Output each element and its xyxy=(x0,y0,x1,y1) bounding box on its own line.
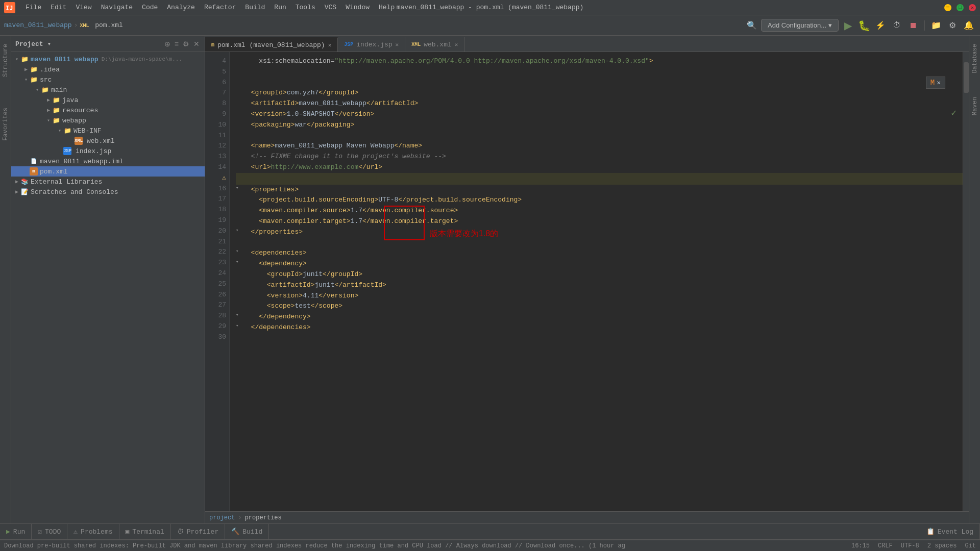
maven-panel-close[interactable]: ✕ xyxy=(937,79,941,87)
status-position[interactable]: 16:15 xyxy=(851,542,870,549)
close-panel-btn[interactable]: ✕ xyxy=(192,39,201,49)
fold-10[interactable] xyxy=(236,120,243,128)
structure-panel-tab[interactable]: Structure xyxy=(1,40,11,81)
menu-item-analyze[interactable]: Analyze xyxy=(163,3,199,12)
fold-28[interactable]: ▾ xyxy=(236,312,243,319)
menu-item-tools[interactable]: Tools xyxy=(291,3,320,12)
menu-item-run[interactable]: Run xyxy=(270,3,290,12)
stop-button[interactable]: ⏹ xyxy=(906,18,920,33)
tree-item-indexjsp[interactable]: ▶ JSP index.jsp xyxy=(11,146,205,156)
breadcrumb-project[interactable]: maven_0811_webapp xyxy=(4,21,72,29)
tree-item-webxml[interactable]: ▶ XML web.xml xyxy=(11,136,205,146)
fold-19[interactable] xyxy=(236,216,243,224)
bottom-tab-profiler[interactable]: ⏱ Profiler xyxy=(171,523,225,540)
tab-close-webxml[interactable]: ✕ xyxy=(455,41,458,48)
tree-item-resources[interactable]: ▶ 📁 resources xyxy=(11,105,205,115)
fold-27[interactable] xyxy=(236,301,243,309)
coverage-button[interactable]: ⚡ xyxy=(873,18,888,33)
fold-9[interactable] xyxy=(236,109,243,117)
profile-button[interactable]: ⏱ xyxy=(890,18,904,33)
menu-item-help[interactable]: Help xyxy=(375,3,399,12)
fold-18[interactable] xyxy=(236,206,243,214)
tree-item-scratches[interactable]: ▶ 📝 Scratches and Consoles xyxy=(11,187,205,197)
project-structure-btn[interactable]: 📁 xyxy=(929,18,943,33)
menu-item-navigate[interactable]: Navigate xyxy=(97,3,137,12)
fold-21[interactable] xyxy=(236,238,243,246)
tree-item-extlibs[interactable]: ▶ 📚 External Libraries xyxy=(11,177,205,187)
maximize-button[interactable]: □ xyxy=(957,4,964,11)
locate-file-btn[interactable]: ⊕ xyxy=(163,39,172,49)
tree-item-root[interactable]: ▾ 📁 maven_0811_webapp D:\java-maven-spac… xyxy=(11,54,205,64)
maven-panel-tab[interactable]: Maven xyxy=(970,93,980,119)
fold-4[interactable] xyxy=(236,56,243,64)
tab-webxml[interactable]: XML web.xml ✕ xyxy=(405,37,464,52)
scrollbar-thumb[interactable] xyxy=(964,62,969,93)
fold-22[interactable]: ▾ xyxy=(236,248,243,255)
fold-26[interactable] xyxy=(236,291,243,299)
bottom-tab-build[interactable]: 🔨 Build xyxy=(225,523,269,540)
bottom-tab-terminal[interactable]: ▣ Terminal xyxy=(119,523,171,540)
bottom-tab-problems[interactable]: ⚠ Problems xyxy=(67,523,119,540)
fold-30[interactable] xyxy=(236,333,243,341)
tree-item-src[interactable]: ▾ 📁 src xyxy=(11,74,205,85)
tab-close-indexjsp[interactable]: ✕ xyxy=(396,41,399,48)
status-crlf[interactable]: CRLF xyxy=(878,542,893,549)
fold-7[interactable] xyxy=(236,88,243,96)
bottom-tab-event-log[interactable]: 📋 Event Log xyxy=(920,523,980,540)
fold-16[interactable]: ▾ xyxy=(236,185,243,192)
maven-logo-panel[interactable]: M ✕ xyxy=(926,77,945,89)
bottom-tab-todo[interactable]: ☑ TODO xyxy=(32,523,67,540)
panel-settings-btn[interactable]: ⚙ xyxy=(182,39,190,49)
fold-8[interactable] xyxy=(236,98,243,107)
fold-17[interactable] xyxy=(236,195,243,203)
breadcrumb-filename[interactable]: pom.xml xyxy=(95,21,123,29)
menu-item-window[interactable]: Window xyxy=(341,3,374,12)
fold-11[interactable] xyxy=(236,131,243,139)
editor-content[interactable]: xsi:schemaLocation="http://maven.apache.… xyxy=(230,52,969,511)
minimize-button[interactable]: ─ xyxy=(944,4,951,11)
menu-item-view[interactable]: View xyxy=(71,3,95,12)
notifications-btn[interactable]: 🔔 xyxy=(962,18,976,33)
menu-item-refactor[interactable]: Refactor xyxy=(200,3,240,12)
tree-item-webapp[interactable]: ▾ 📁 webapp xyxy=(11,115,205,126)
tree-item-java[interactable]: ▶ 📁 java xyxy=(11,95,205,105)
tree-item-pomxml[interactable]: ▶ m pom.xml xyxy=(11,166,205,177)
fold-14[interactable] xyxy=(236,162,243,170)
fold-13[interactable] xyxy=(236,152,243,160)
menu-item-code[interactable]: Code xyxy=(138,3,162,12)
menu-item-edit[interactable]: Edit xyxy=(46,3,70,12)
tab-close-pomxml[interactable]: ✕ xyxy=(328,42,332,48)
search-everywhere-btn[interactable]: 🔍 xyxy=(745,18,759,33)
run-button[interactable]: ▶ xyxy=(841,18,855,33)
vertical-scrollbar[interactable] xyxy=(963,52,969,511)
collapse-all-btn[interactable]: ≡ xyxy=(174,39,180,49)
close-button[interactable]: ✕ xyxy=(969,4,976,11)
tree-item-idea[interactable]: ▶ 📁 .idea xyxy=(11,64,205,74)
fold-15[interactable] xyxy=(236,173,243,181)
favorites-panel-tab[interactable]: Favorites xyxy=(1,104,11,145)
database-panel-tab[interactable]: Database xyxy=(970,40,980,78)
fold-23[interactable]: ▾ xyxy=(236,259,243,266)
status-charset[interactable]: UTF-8 xyxy=(901,542,919,549)
status-spaces[interactable]: 2 spaces xyxy=(927,542,957,549)
fold-29[interactable]: ▾ xyxy=(236,322,243,330)
fold-12[interactable] xyxy=(236,141,243,149)
bottom-tab-run[interactable]: ▶ Run xyxy=(0,523,32,540)
tree-item-main[interactable]: ▾ 📁 main xyxy=(11,85,205,95)
fold-5[interactable] xyxy=(236,67,243,75)
fold-6[interactable] xyxy=(236,78,243,86)
tab-pomxml[interactable]: m pom.xml (maven_0811_webapp) ✕ xyxy=(205,37,338,52)
breadcrumb-properties-item[interactable]: properties xyxy=(245,514,282,521)
breadcrumb-project-item[interactable]: project xyxy=(209,514,235,521)
menu-item-vcs[interactable]: VCS xyxy=(321,3,340,12)
tree-item-webinf[interactable]: ▾ 📁 WEB-INF xyxy=(11,126,205,136)
tree-item-iml[interactable]: ▶ 📄 maven_0811_webapp.iml xyxy=(11,156,205,166)
add-configuration-button[interactable]: Add Configuration... ▾ xyxy=(761,19,839,32)
menu-item-file[interactable]: File xyxy=(21,3,45,12)
tab-indexjsp[interactable]: JSP index.jsp ✕ xyxy=(338,37,405,52)
debug-button[interactable]: 🐛 xyxy=(857,18,871,33)
fold-24[interactable] xyxy=(236,269,243,278)
fold-25[interactable] xyxy=(236,280,243,288)
settings-btn[interactable]: ⚙ xyxy=(945,18,960,33)
fold-20[interactable]: ▾ xyxy=(236,227,243,234)
